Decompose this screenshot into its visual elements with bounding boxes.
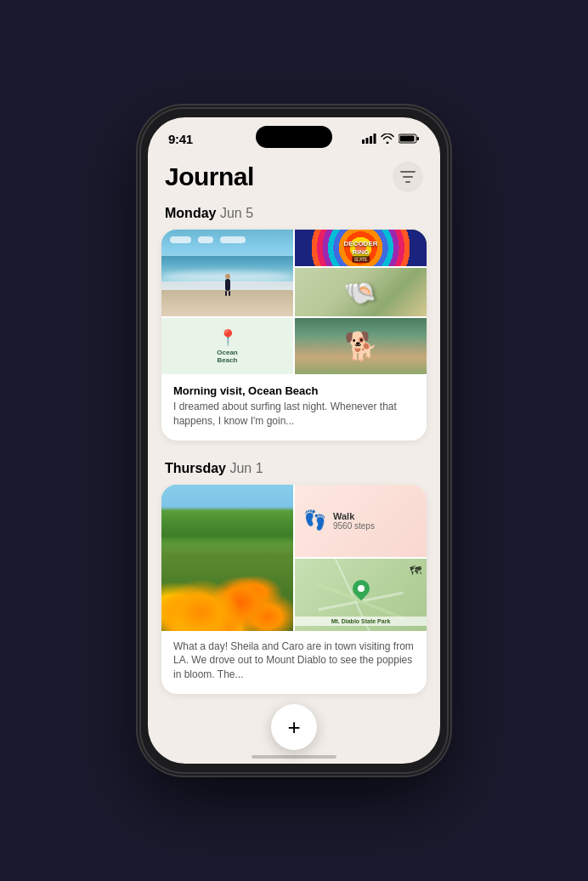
shell-icon: 🐚 [342, 274, 379, 310]
wifi-icon [381, 134, 394, 144]
card-preview-2: What a day! Sheila and Caro are in town … [173, 639, 415, 682]
ocean-beach-label: OceanBeach [217, 349, 237, 364]
svg-rect-9 [405, 181, 410, 183]
decoder-ring-publisher: SLATE [352, 256, 370, 263]
card-text-2: What a day! Sheila and Caro are in town … [161, 629, 427, 694]
journal-card-2[interactable]: 👣 Walk 9560 steps [161, 485, 427, 694]
svg-rect-2 [370, 136, 372, 144]
card-text-1: Morning visit, Ocean Beach I dreamed abo… [161, 374, 427, 440]
beach-figure [224, 274, 231, 293]
svg-rect-0 [362, 139, 365, 144]
beach-scene [161, 230, 293, 316]
app-header: Journal [148, 155, 440, 202]
cloud-3 [220, 236, 246, 243]
section-day-1: Monday [165, 206, 216, 220]
podcast-photo: DECODERRING SLATE [295, 230, 427, 266]
decoder-ring-art: DECODERRING SLATE [295, 230, 427, 266]
filter-button[interactable] [393, 162, 423, 192]
walk-footprints-icon: 👣 [303, 509, 326, 531]
section-date-2: Jun 1 [229, 461, 263, 475]
walk-tile: 👣 Walk 9560 steps [295, 485, 427, 557]
dog-emoji: 🐕 [344, 330, 378, 362]
scroll-area[interactable]: Journal Monday Jun 5 [148, 155, 440, 764]
app-content: Journal Monday Jun 5 [148, 155, 440, 764]
svg-rect-8 [403, 176, 413, 178]
mt-diablo-label: Mt. Diablo State Park [295, 617, 427, 626]
map-pin-inner [358, 585, 365, 592]
walk-steps: 9560 steps [333, 521, 375, 531]
photo-grid-1: DECODERRING SLATE 🐚 📍 OceanBeach [161, 230, 427, 374]
svg-rect-6 [417, 137, 420, 140]
beach-clouds [161, 236, 293, 243]
card-title-1: Morning visit, Ocean Beach [173, 384, 415, 397]
cloud-1 [170, 236, 191, 243]
card-preview-1: I dreamed about surfing last night. When… [173, 400, 415, 429]
mt-diablo-tile: 🗺 Mt. Diablo State Park [295, 559, 427, 631]
section-header-2: Thursday Jun 1 [148, 458, 440, 485]
svg-rect-3 [374, 134, 376, 144]
section-header-1: Monday Jun 5 [148, 202, 440, 230]
beach-photo [161, 230, 293, 316]
phone-frame: 9:41 [141, 109, 447, 772]
photo-grid-2: 👣 Walk 9560 steps [161, 485, 427, 629]
cloud-2 [198, 236, 213, 243]
dynamic-island [256, 126, 332, 148]
signal-icon [362, 134, 376, 144]
walk-info: Walk 9560 steps [333, 511, 375, 531]
status-icons [362, 134, 420, 144]
section-day-2: Thursday [165, 461, 226, 475]
figure-leg-right [229, 291, 230, 296]
svg-rect-5 [400, 136, 415, 142]
section-date-1: Jun 5 [220, 206, 253, 220]
filter-icon [400, 171, 416, 183]
decoder-ring-title: DECODERRING [343, 240, 377, 256]
flowers-scene [161, 485, 293, 631]
page-title: Journal [165, 162, 254, 191]
compass-icon: 🗺 [410, 564, 421, 577]
dog-photo: 🐕 [295, 318, 427, 374]
dog-scene: 🐕 [295, 318, 427, 374]
svg-rect-7 [400, 171, 416, 173]
flowers-photo [161, 485, 293, 631]
status-time: 9:41 [168, 132, 193, 146]
ocean-beach-pin-icon: 📍 [218, 328, 237, 347]
figure-body [225, 279, 230, 291]
walk-label: Walk [333, 511, 375, 521]
flowers-overlay [161, 536, 293, 631]
add-entry-button[interactable]: + [271, 704, 317, 750]
figure-legs [224, 291, 231, 296]
phone-screen: 9:41 [148, 117, 440, 764]
journal-card-1[interactable]: DECODERRING SLATE 🐚 📍 OceanBeach [161, 230, 427, 440]
svg-rect-1 [366, 138, 369, 144]
shell-photo: 🐚 [295, 268, 427, 316]
home-indicator [252, 755, 336, 759]
battery-icon [399, 134, 420, 144]
ocean-beach-tile: 📍 OceanBeach [161, 318, 293, 374]
figure-leg-left [225, 291, 227, 296]
